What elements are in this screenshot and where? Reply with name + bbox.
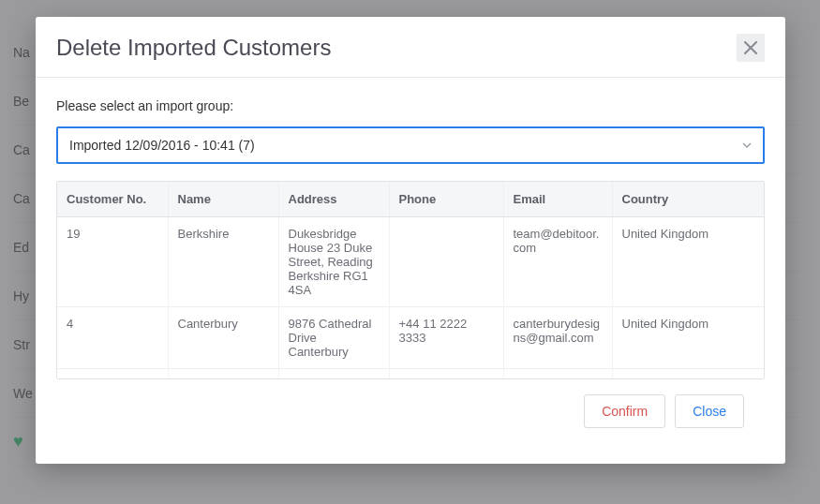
table-header: Customer No. Name Address Phone Email Co…	[57, 182, 764, 217]
select-prompt: Please select an import group:	[56, 98, 765, 113]
cell-email: email1@test.com	[503, 369, 612, 379]
cell-address: 2468 South Africa Lane Cape Town	[278, 369, 389, 379]
col-phone[interactable]: Phone	[389, 182, 503, 217]
col-email[interactable]: Email	[503, 182, 612, 217]
import-group-select[interactable]: Imported 12/09/2016 - 10:41 (7)	[56, 126, 765, 164]
cell-phone: +44 11 2222 3333	[389, 307, 503, 369]
select-value: Imported 12/09/2016 - 10:41 (7)	[69, 138, 255, 153]
cell-name: Berkshire	[168, 217, 278, 307]
cell-customer-no: 4	[57, 307, 168, 369]
cell-country: United Kingdom	[612, 307, 764, 369]
cell-phone	[389, 369, 503, 379]
col-customer-no[interactable]: Customer No.	[57, 182, 168, 217]
modal-header: Delete Imported Customers	[36, 17, 785, 78]
close-icon-button[interactable]	[737, 34, 765, 62]
customers-table: Customer No. Name Address Phone Email Co…	[56, 181, 765, 379]
table-row[interactable]: 19 Berkshire Dukesbridge House 23 Duke S…	[57, 217, 764, 307]
cell-name: Cape Town	[168, 369, 278, 379]
delete-imported-customers-modal: Delete Imported Customers Please select …	[36, 17, 785, 464]
close-button[interactable]: Close	[675, 394, 744, 428]
col-name[interactable]: Name	[168, 182, 278, 217]
cell-name: Canterbury	[168, 307, 278, 369]
cell-address: 9876 Cathedral Drive Canterbury	[278, 307, 389, 369]
table-body-scroll[interactable]: 19 Berkshire Dukesbridge House 23 Duke S…	[57, 217, 764, 378]
table-row[interactable]: 4 Canterbury 9876 Cathedral Drive Canter…	[57, 307, 764, 369]
cell-country: United Kingdom	[612, 217, 764, 307]
chevron-down-icon	[742, 141, 752, 150]
cell-country: South Africa	[612, 369, 764, 379]
close-icon	[744, 41, 757, 54]
cell-email: team@debitoor.com	[503, 217, 612, 307]
modal-title: Delete Imported Customers	[56, 35, 331, 61]
cell-email: canterburydesigns@gmail.com	[503, 307, 612, 369]
col-address[interactable]: Address	[278, 182, 389, 217]
cell-customer-no: 19	[57, 217, 168, 307]
col-country[interactable]: Country	[612, 182, 764, 217]
modal-footer: Confirm Close	[56, 394, 765, 447]
cell-customer-no: 2	[57, 369, 168, 379]
modal-body: Please select an import group: Imported …	[36, 78, 785, 464]
cell-phone	[389, 217, 503, 307]
confirm-button[interactable]: Confirm	[584, 394, 665, 428]
table-row[interactable]: 2 Cape Town 2468 South Africa Lane Cape …	[57, 369, 764, 379]
cell-address: Dukesbridge House 23 Duke Street, Readin…	[278, 217, 389, 307]
